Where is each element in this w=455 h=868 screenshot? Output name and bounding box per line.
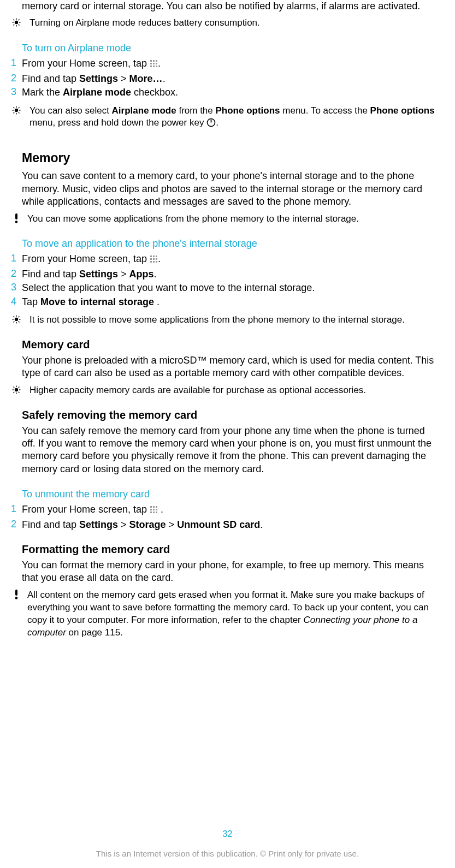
tip-text: Higher capacity memory cards are availab… bbox=[29, 384, 366, 397]
procedure-title-unmount: To unmount the memory card bbox=[22, 489, 435, 500]
format-body: You can format the memory card in your p… bbox=[22, 559, 435, 585]
tip-text: Turning on Airplane mode reduces battery… bbox=[29, 17, 260, 29]
step-row: 2 Find and tap Settings > Storage > Unmo… bbox=[11, 519, 435, 531]
apps-grid-icon bbox=[150, 254, 158, 266]
svg-line-6 bbox=[19, 25, 20, 26]
heading-memory: Memory bbox=[22, 151, 435, 165]
bulb-icon bbox=[11, 17, 22, 27]
apps-grid-icon bbox=[150, 504, 158, 517]
step-text: From your Home screen, tap . bbox=[22, 57, 161, 71]
svg-line-56 bbox=[19, 391, 20, 393]
svg-line-7 bbox=[19, 20, 20, 21]
svg-line-55 bbox=[14, 387, 15, 388]
heading-formatting: Formatting the memory card bbox=[22, 543, 435, 556]
svg-rect-33 bbox=[153, 255, 155, 257]
svg-rect-37 bbox=[156, 258, 157, 260]
svg-rect-32 bbox=[150, 255, 152, 257]
svg-rect-14 bbox=[153, 63, 155, 64]
tip-higher-capacity: Higher capacity memory cards are availab… bbox=[11, 384, 435, 397]
step-number: 3 bbox=[11, 282, 22, 294]
svg-rect-67 bbox=[156, 512, 157, 513]
note-text: All content on the memory card gets eras… bbox=[27, 589, 435, 639]
note-text: You can move some applications from the … bbox=[27, 213, 359, 225]
tip-airplane-battery: Turning on Airplane mode reduces battery… bbox=[11, 17, 435, 29]
svg-rect-13 bbox=[150, 63, 152, 64]
step-number: 2 bbox=[11, 73, 22, 85]
svg-rect-38 bbox=[150, 261, 152, 263]
step-row: 1 From your Home screen, tap . bbox=[11, 57, 435, 71]
heading-safely-remove: Safely removing the memory card bbox=[22, 409, 435, 421]
step-text: From your Home screen, tap . bbox=[22, 503, 163, 517]
procedure-title-move-app: To move an application to the phone's in… bbox=[22, 238, 435, 249]
svg-rect-11 bbox=[153, 60, 155, 62]
step-text: Select the application that you want to … bbox=[22, 282, 315, 294]
step-row: 4 Tap Move to internal storage . bbox=[11, 296, 435, 308]
svg-point-19 bbox=[15, 108, 18, 111]
intro-fragment: memory card or internal storage. You can… bbox=[22, 0, 435, 13]
step-number: 2 bbox=[11, 268, 22, 281]
safely-body: You can safely remove the memory card fr… bbox=[22, 425, 435, 476]
svg-point-41 bbox=[15, 318, 18, 321]
svg-rect-16 bbox=[150, 66, 152, 67]
svg-line-47 bbox=[19, 322, 20, 323]
exclamation-icon bbox=[11, 213, 22, 223]
step-row: 2 Find and tap Settings > Apps. bbox=[11, 268, 435, 281]
svg-rect-30 bbox=[15, 213, 17, 219]
svg-line-25 bbox=[19, 112, 20, 113]
tip-text: You can also select Airplane mode from t… bbox=[29, 105, 435, 132]
svg-rect-61 bbox=[156, 506, 157, 508]
svg-rect-66 bbox=[153, 512, 155, 513]
svg-rect-18 bbox=[156, 66, 157, 67]
step-text: Tap Move to internal storage . bbox=[22, 296, 159, 308]
tip-cannot-move: It is not possible to move some applicat… bbox=[11, 314, 435, 326]
exclamation-icon bbox=[11, 589, 22, 599]
step-row: 1 From your Home screen, tap . bbox=[11, 503, 435, 517]
svg-line-58 bbox=[14, 391, 15, 393]
step-row: 2 Find and tap Settings > More…. bbox=[11, 73, 435, 85]
svg-line-48 bbox=[19, 317, 20, 318]
step-text: Find and tap Settings > More…. bbox=[22, 73, 166, 85]
step-text: Find and tap Settings > Storage > Unmoun… bbox=[22, 519, 263, 531]
svg-rect-35 bbox=[150, 258, 152, 260]
svg-line-8 bbox=[14, 25, 15, 26]
step-number: 2 bbox=[11, 519, 22, 531]
svg-rect-39 bbox=[153, 261, 155, 263]
svg-rect-34 bbox=[156, 255, 157, 257]
heading-memory-card: Memory card bbox=[22, 338, 435, 351]
svg-rect-12 bbox=[156, 60, 157, 62]
svg-rect-40 bbox=[156, 261, 157, 263]
bulb-icon bbox=[11, 105, 22, 115]
svg-point-31 bbox=[15, 221, 18, 223]
step-row: 3 Mark the Airplane mode checkbox. bbox=[11, 86, 435, 99]
svg-rect-63 bbox=[153, 509, 155, 510]
svg-line-5 bbox=[14, 20, 15, 21]
bulb-icon bbox=[11, 314, 22, 324]
tip-text: It is not possible to move some applicat… bbox=[29, 314, 405, 326]
note-format-warning: All content on the memory card gets eras… bbox=[11, 589, 435, 639]
step-row: 1 From your Home screen, tap . bbox=[11, 253, 435, 266]
svg-point-69 bbox=[15, 597, 18, 599]
svg-line-57 bbox=[19, 387, 20, 388]
step-text: Mark the Airplane mode checkbox. bbox=[22, 86, 178, 99]
svg-rect-68 bbox=[15, 590, 17, 596]
svg-point-50 bbox=[15, 388, 18, 391]
svg-line-26 bbox=[19, 107, 20, 108]
step-number: 1 bbox=[11, 503, 22, 517]
svg-rect-36 bbox=[153, 258, 155, 260]
apps-grid-icon bbox=[150, 58, 158, 71]
svg-line-24 bbox=[14, 107, 15, 108]
page-footer: 32 This is an Internet version of this p… bbox=[0, 829, 455, 858]
memory-body: You can save content to a memory card, t… bbox=[22, 170, 435, 208]
svg-rect-65 bbox=[150, 512, 152, 513]
svg-rect-15 bbox=[156, 63, 157, 64]
svg-rect-10 bbox=[150, 60, 152, 62]
svg-line-27 bbox=[14, 112, 15, 113]
power-icon bbox=[206, 118, 216, 131]
svg-line-49 bbox=[14, 322, 15, 323]
step-row: 3 Select the application that you want t… bbox=[11, 282, 435, 294]
page-number: 32 bbox=[0, 829, 455, 839]
svg-rect-17 bbox=[153, 66, 155, 67]
tip-phone-options: You can also select Airplane mode from t… bbox=[11, 105, 435, 132]
svg-line-46 bbox=[14, 317, 15, 318]
step-number: 3 bbox=[11, 86, 22, 99]
